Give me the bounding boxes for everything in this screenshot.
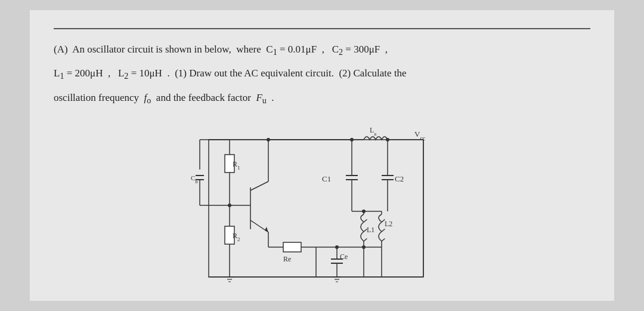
problem-text: (A) An oscillator circuit is shown in be…: [54, 39, 590, 109]
top-divider: [54, 28, 590, 29]
ce-label: Ce: [340, 253, 348, 261]
svg-point-58: [267, 138, 270, 141]
svg-point-63: [228, 204, 231, 207]
svg-point-62: [362, 245, 366, 249]
text-line-1: (A) An oscillator circuit is shown in be…: [54, 39, 590, 61]
main-page: (A) An oscillator circuit is shown in be…: [30, 10, 614, 300]
circuit-svg: Vcc La Cb: [191, 116, 453, 289]
c1-label: C1: [322, 174, 331, 183]
svg-point-60: [386, 138, 389, 141]
svg-line-13: [250, 181, 268, 190]
text-line-2: L1 = 200μH , L2 = 10μH . (1) Draw out th…: [54, 63, 590, 85]
re-label: Re: [283, 255, 291, 263]
l2-label: L2: [385, 220, 392, 228]
svg-point-64: [335, 245, 339, 249]
l1-label: L1: [367, 226, 374, 234]
svg-point-61: [362, 210, 366, 213]
la-label: La: [370, 126, 376, 137]
svg-point-59: [350, 138, 354, 141]
svg-rect-26: [283, 242, 301, 252]
text-line-3: oscillation frequency fo and the feedbac…: [54, 87, 590, 110]
c2-label: C2: [395, 174, 404, 183]
circuit-diagram: Vcc La Cb: [54, 116, 590, 289]
